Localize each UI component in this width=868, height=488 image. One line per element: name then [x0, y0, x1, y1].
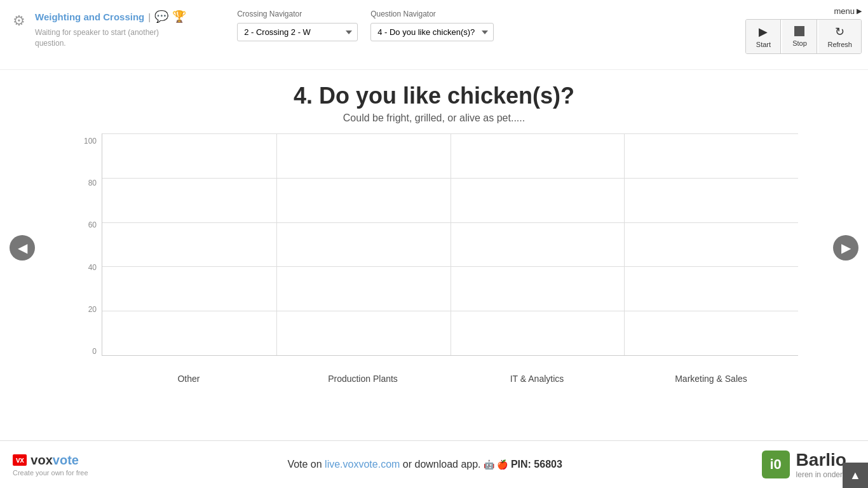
nav-dropdowns: Crossing Navigator 2 - Crossing 2 - W 1 …	[237, 10, 494, 41]
gear-button[interactable]: ⚙	[10, 10, 29, 32]
vote-text-2: or download app.	[400, 459, 480, 470]
question-navigator-group: Question Navigator 4 - Do you like chick…	[370, 10, 494, 41]
start-button[interactable]: ▶ Start	[746, 20, 781, 53]
x-axis: Other Production Plants IT & Analytics M…	[102, 369, 798, 384]
stop-label: Stop	[792, 39, 807, 47]
scroll-top-button[interactable]: ▲	[843, 463, 868, 488]
play-icon: ▶	[759, 25, 768, 39]
start-label: Start	[756, 41, 771, 48]
stop-button[interactable]: Stop	[782, 20, 817, 53]
stop-icon	[794, 26, 804, 37]
barlio-icon-text: i0	[770, 456, 781, 473]
vote-part: vote	[53, 453, 79, 467]
footer: vx voxvote Create your own for free Vote…	[0, 440, 868, 488]
vote-instructions: Vote on live.voxvote.com or download app…	[287, 459, 562, 470]
vote-text-1: Vote on	[287, 459, 325, 470]
brand-section: Weighting and Crossing | 💬 🏆 Waiting for…	[35, 10, 186, 49]
prev-button[interactable]: ◀	[10, 235, 35, 261]
bar-group-other	[102, 133, 276, 355]
y-label-40: 40	[88, 263, 97, 272]
barlio-logo: i0	[762, 451, 790, 478]
crossing-navigator-select[interactable]: 2 - Crossing 2 - W 1 - Crossing 1 3 - Cr…	[237, 23, 358, 41]
question-subtitle: Could be fright, grilled, or alive as pe…	[38, 112, 830, 124]
x-label-it: IT & Analytics	[450, 369, 624, 384]
next-button[interactable]: ▶	[833, 235, 858, 261]
brand-subtitle: Waiting for speaker to start (another) q…	[35, 27, 162, 49]
controls-panel: ▶ Start Stop ↻ Refresh	[745, 19, 862, 54]
menu-label: menu	[834, 6, 855, 16]
create-label: Create your own for free	[13, 469, 88, 477]
question-navigator-select[interactable]: 4 - Do you like chicken(s)? 1 - Question…	[370, 23, 494, 41]
header: ⚙ Weighting and Crossing | 💬 🏆 Waiting f…	[0, 0, 868, 70]
brand-separator: |	[148, 11, 151, 22]
y-label-100: 100	[84, 137, 97, 146]
bar-group-marketing	[624, 133, 798, 355]
x-label-production: Production Plants	[276, 369, 450, 384]
gear-icon: ⚙	[13, 13, 25, 29]
vote-link[interactable]: live.voxvote.com	[325, 459, 400, 470]
refresh-icon: ↻	[835, 25, 844, 39]
bar-group-it	[451, 133, 625, 355]
chat-icon: 💬	[154, 10, 168, 24]
main-content: 4. Do you like chicken(s)? Could be frig…	[0, 70, 868, 390]
x-label-marketing: Marketing & Sales	[624, 369, 798, 384]
brand-link[interactable]: Weighting and Crossing	[35, 11, 144, 22]
menu-link[interactable]: menu ▶	[834, 6, 862, 16]
prev-icon: ◀	[18, 240, 27, 255]
brand-title: Weighting and Crossing | 💬 🏆	[35, 10, 186, 24]
y-label-0: 0	[92, 347, 97, 356]
y-label-80: 80	[88, 179, 97, 187]
android-icon: 🤖	[484, 459, 494, 470]
content-area: ◀ ▶ 4. Do you like chicken(s)? Could be …	[0, 70, 868, 390]
voxvote-logo: vx voxvote	[13, 453, 79, 468]
pin-label: PIN: 56803	[511, 459, 562, 470]
refresh-button[interactable]: ↻ Refresh	[818, 20, 861, 53]
chart-container: 100 80 60 40 20 0	[70, 133, 798, 384]
trophy-icon: 🏆	[172, 10, 186, 24]
refresh-label: Refresh	[827, 41, 852, 48]
bar-group-production	[276, 133, 451, 355]
apple-icon: 🍎	[497, 459, 508, 470]
bars-area	[102, 133, 798, 355]
vox-badge: vx	[13, 454, 27, 466]
vox-part: vox	[31, 453, 52, 467]
question-navigator-label: Question Navigator	[370, 10, 494, 18]
barlio-brand: i0 Barlio leren in onderwijs	[762, 450, 855, 479]
voxvote-brand: vx voxvote Create your own for free	[13, 453, 88, 477]
x-label-other: Other	[102, 369, 276, 384]
y-label-60: 60	[88, 220, 97, 229]
vox-text: voxvote	[31, 453, 79, 468]
crossing-navigator-group: Crossing Navigator 2 - Crossing 2 - W 1 …	[237, 10, 358, 41]
y-label-20: 20	[88, 305, 97, 314]
next-icon: ▶	[841, 240, 851, 255]
scroll-top-icon: ▲	[850, 469, 861, 482]
menu-arrow-icon: ▶	[857, 7, 862, 15]
crossing-navigator-label: Crossing Navigator	[237, 10, 358, 18]
question-title: 4. Do you like chicken(s)?	[38, 83, 830, 109]
